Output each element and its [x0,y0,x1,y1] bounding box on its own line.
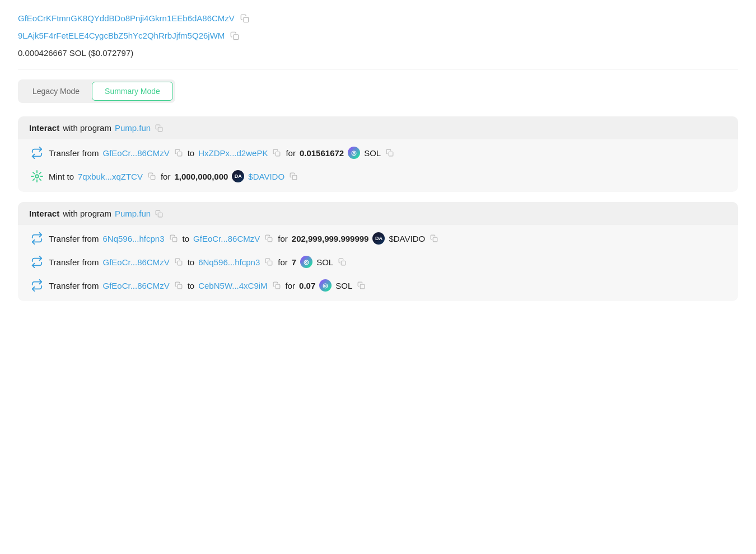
tx-from-link[interactable]: GfEoCr...86CMzV [102,148,169,158]
davido-token-icon: DA [232,170,244,182]
copy-button[interactable] [264,258,274,266]
copy-button[interactable] [272,281,282,289]
tx-to-label: to [188,148,195,158]
copy-button-2[interactable] [229,31,240,40]
legacy-mode-button[interactable]: Legacy Mode [20,82,92,100]
copy-button[interactable] [264,234,274,242]
tx-for-label: for [286,281,296,290]
interact-label-bold: Interact [29,209,59,218]
address-link-2[interactable]: 9LAjk5F4rFetELE4CygcBbZ5hYc2QhRrbJjfm5Q2… [18,31,225,40]
copy-button-1[interactable] [239,14,250,23]
svg-rect-11 [268,237,273,242]
svg-rect-14 [268,261,273,265]
interact-header-2: Interact with program Pump.fun [18,202,738,225]
summary-mode-button[interactable]: Summary Mode [92,82,173,101]
copy-button[interactable] [174,281,184,289]
tx-amount: 0.07 [299,281,315,290]
copy-button[interactable] [174,149,184,157]
tx-token-label: SOL [316,257,333,267]
interact-blocks-container: Interact with program Pump.fun Transfer … [18,116,738,301]
address-link-1[interactable]: GfEoCrKFtmnGK8QYddBDo8Pnji4Gkrn1EEb6dA86… [18,13,235,23]
tx-row-2-3: Transfer from GfEoCr...86CMzV to CebN5W.… [29,278,727,293]
copy-button[interactable] [356,281,366,289]
interact-label-bold: Interact [29,123,59,133]
transfer-icon [29,254,45,270]
svg-rect-3 [178,152,182,156]
tx-to-label: to [183,234,190,243]
svg-rect-5 [389,152,393,156]
svg-rect-8 [292,175,297,180]
tx-amount: 0.01561672 [300,148,344,158]
svg-rect-4 [276,152,281,156]
copy-button[interactable] [385,149,395,157]
tx-label: Transfer from [49,281,99,290]
interact-body-1: Transfer from GfEoCr...86CMzV to HxZDPx.… [18,139,738,192]
tx-to-link[interactable]: HxZDPx...d2wePK [198,148,268,158]
tx-from-link[interactable]: 6Nq596...hfcpn3 [102,234,164,243]
interact-label-rest: with program [63,123,111,133]
tx-to-link[interactable]: CebN5W...4xC9iM [198,281,267,290]
copy-button[interactable] [147,172,157,180]
tx-amount: 1,000,000,000 [174,172,228,181]
tx-token-label: $DAVIDO [389,234,425,243]
davido-token-icon: DA [372,232,385,245]
interact-body-2: Transfer from 6Nq596...hfcpn3 to GfEoCr.… [18,225,738,301]
tx-for-label: for [161,172,171,181]
svg-rect-17 [276,284,280,289]
mode-toggle: Legacy Mode Summary Mode [18,79,175,103]
interact-label-rest: with program [63,209,111,218]
copy-button[interactable] [154,210,164,218]
program-link[interactable]: Pump.fun [115,123,151,133]
svg-rect-0 [244,17,249,22]
copy-button[interactable] [174,258,184,266]
tx-row-1-1: Transfer from GfEoCr...86CMzV to HxZDPx.… [29,145,727,161]
copy-button[interactable] [272,149,282,157]
copy-button[interactable] [337,258,347,266]
interact-block-1: Interact with program Pump.fun Transfer … [18,116,738,192]
tx-token-label: SOL [364,148,381,158]
svg-rect-10 [172,237,177,242]
tx-for-label: for [278,234,288,243]
tx-for-label: for [286,148,296,158]
tx-to-label: to [188,281,195,290]
tx-to-link[interactable]: 7qxbuk...xqZTCV [78,172,143,181]
sol-token-icon: ◎ [319,279,332,292]
transfer-icon [29,278,45,293]
svg-rect-9 [158,213,162,217]
address-row-2: 9LAjk5F4rFetELE4CygcBbZ5hYc2QhRrbJjfm5Q2… [18,31,738,40]
tx-to-link[interactable]: GfEoCr...86CMzV [193,234,260,243]
tx-label: Mint to [49,172,74,181]
interact-block-2: Interact with program Pump.fun Transfer … [18,202,738,301]
copy-button[interactable] [169,234,179,242]
tx-to-label: to [188,257,195,267]
svg-rect-2 [158,127,162,132]
tx-row-1-2: Mint to 7qxbuk...xqZTCV for 1,000,000,00… [29,168,727,184]
svg-rect-1 [234,35,239,40]
tx-from-link[interactable]: GfEoCr...86CMzV [102,257,169,267]
svg-rect-15 [341,261,346,265]
svg-rect-18 [361,284,365,289]
svg-rect-13 [178,261,182,265]
svg-rect-12 [433,237,437,242]
tx-label: Transfer from [49,234,99,243]
tx-row-2-2: Transfer from GfEoCr...86CMzV to 6Nq596.… [29,254,727,270]
tx-token-label: SOL [335,281,352,290]
tx-amount: 7 [292,257,296,267]
address-row-1: GfEoCrKFtmnGK8QYddBDo8Pnji4Gkrn1EEb6dA86… [18,13,738,23]
svg-point-6 [35,175,39,178]
tx-label: Transfer from [49,148,99,158]
mint-icon [29,168,45,184]
sol-token-icon: ◎ [348,147,360,159]
tx-amount: 202,999,999.999999 [292,234,369,243]
sol-token-icon: ◎ [300,256,312,268]
fee-display: 0.000426667 SOL ($0.072797) [18,48,738,58]
copy-button[interactable] [154,124,164,132]
program-link[interactable]: Pump.fun [115,209,151,218]
interact-header-1: Interact with program Pump.fun [18,116,738,139]
copy-button[interactable] [429,234,439,242]
tx-token-link[interactable]: $DAVIDO [248,172,284,181]
tx-from-link[interactable]: GfEoCr...86CMzV [102,281,169,290]
tx-to-link[interactable]: 6Nq596...hfcpn3 [198,257,260,267]
svg-rect-16 [178,284,182,289]
copy-button[interactable] [288,172,298,180]
